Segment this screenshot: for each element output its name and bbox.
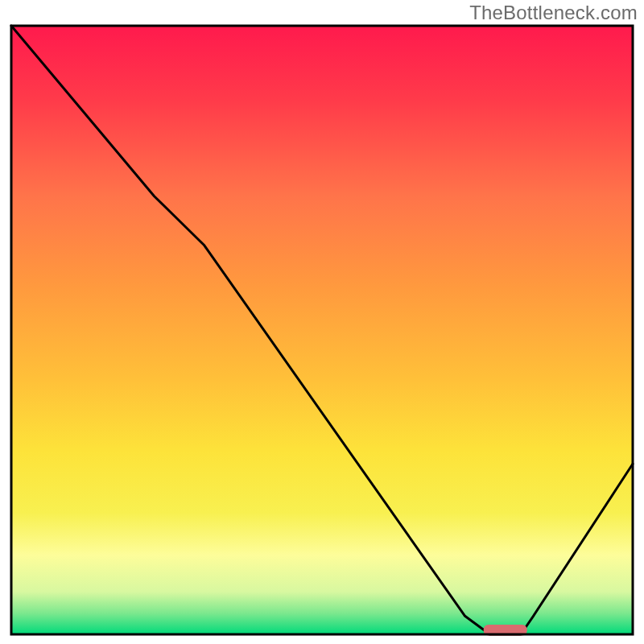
watermark-text: TheBottleneck.com	[469, 2, 638, 24]
plot-background	[11, 26, 633, 634]
bottleneck-chart	[0, 0, 644, 644]
chart-container: TheBottleneck.com	[0, 0, 644, 644]
